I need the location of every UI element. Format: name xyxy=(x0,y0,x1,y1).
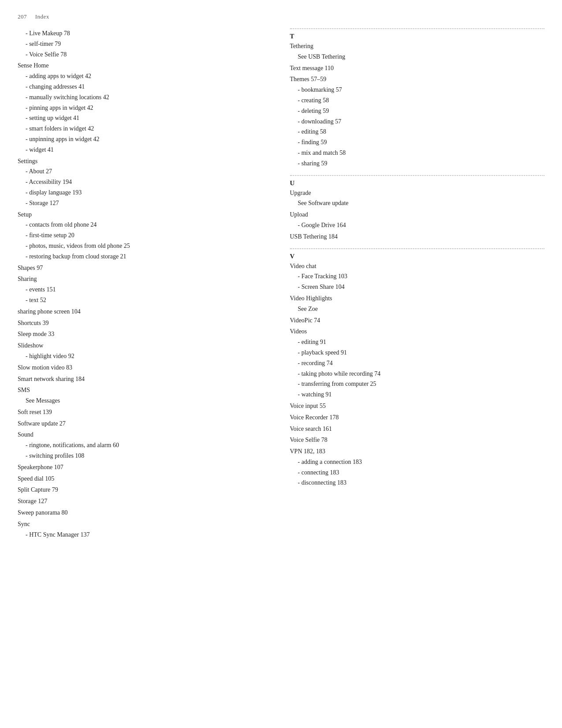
index-entry: See Zoe xyxy=(290,304,545,314)
index-entry: - taking photo while recording 74 xyxy=(290,369,545,379)
index-entry: Setup xyxy=(18,209,272,220)
index-entry: Sound xyxy=(18,429,272,440)
index-entry: USB Tethering 184 xyxy=(290,231,545,242)
index-entry: - About 27 xyxy=(18,166,272,177)
index-entry: Sync xyxy=(18,519,272,530)
section-letter-v: V xyxy=(290,248,545,260)
index-entry: - text 52 xyxy=(18,295,272,306)
index-entry: Software update 27 xyxy=(18,418,272,429)
index-entry: - first-time setup 20 xyxy=(18,230,272,241)
index-entry: VideoPic 74 xyxy=(290,315,545,326)
left-column: - Live Makeup 78- self-timer 79- Voice S… xyxy=(18,28,272,540)
index-entry: - Google Drive 164 xyxy=(290,220,545,231)
index-entry: - ringtone, notifications, and alarm 60 xyxy=(18,440,272,451)
index-entry: See Messages xyxy=(18,396,272,406)
index-entry: - finding 59 xyxy=(290,137,545,148)
index-entry: Slow motion video 83 xyxy=(18,362,272,373)
index-entry: - HTC Sync Manager 137 xyxy=(18,530,272,540)
index-entry: Themes 57–59 xyxy=(290,74,545,85)
index-entry: - Accessibility 194 xyxy=(18,177,272,187)
index-entry: - setting up widget 41 xyxy=(18,113,272,123)
index-entry: Storage 127 xyxy=(18,496,272,507)
index-entry: Text message 110 xyxy=(290,63,545,74)
index-entry: Voice input 55 xyxy=(290,401,545,411)
index-entry: Videos xyxy=(290,326,545,337)
index-entry: Shapes 97 xyxy=(18,263,272,273)
index-entry: - changing addresses 41 xyxy=(18,82,272,92)
index-entry: Speed dial 105 xyxy=(18,474,272,484)
index-entry: - downloading 57 xyxy=(290,116,545,127)
index-entry: - smart folders in widget 42 xyxy=(18,123,272,134)
index-entry: - transferring from computer 25 xyxy=(290,379,545,389)
index-entry: - creating 58 xyxy=(290,95,545,106)
index-entry: sharing phone screen 104 xyxy=(18,306,272,317)
index-entry: Upgrade xyxy=(290,188,545,198)
index-entry: Split Capture 79 xyxy=(18,485,272,495)
index-entry: - watching 91 xyxy=(290,389,545,400)
index-entry: Upload xyxy=(290,209,545,220)
index-entry: VPN 182, 183 xyxy=(290,446,545,457)
index-entry: - Voice Selfie 78 xyxy=(18,49,272,60)
page-number: 207 xyxy=(18,13,27,20)
index-entry: - playback speed 91 xyxy=(290,347,545,358)
index-entry: Smart network sharing 184 xyxy=(18,374,272,385)
index-entry: - mix and match 58 xyxy=(290,148,545,158)
index-entry: - bookmarking 57 xyxy=(290,85,545,95)
index-entry: Sweep panorama 80 xyxy=(18,508,272,518)
index-entry: Voice search 161 xyxy=(290,424,545,434)
index-entry: Soft reset 139 xyxy=(18,407,272,418)
index-entry: - photos, music, videos from old phone 2… xyxy=(18,241,272,251)
right-column: TTetheringSee USB TetheringText message … xyxy=(290,28,545,540)
index-entry: - adding apps to widget 42 xyxy=(18,71,272,82)
index-entry: - adding a connection 183 xyxy=(290,457,545,467)
index-entry: - recording 74 xyxy=(290,358,545,369)
index-entry: - Storage 127 xyxy=(18,198,272,209)
index-entry: Slideshow xyxy=(18,340,272,351)
index-entry: - contacts from old phone 24 xyxy=(18,220,272,230)
index-entry: Speakerphone 107 xyxy=(18,462,272,473)
index-entry: Sharing xyxy=(18,274,272,284)
page-number-header: 207 Index xyxy=(18,13,544,20)
index-entry: - pinning apps in widget 42 xyxy=(18,103,272,113)
index-entry: SMS xyxy=(18,385,272,396)
index-entry: - self-timer 79 xyxy=(18,39,272,49)
index-entry: - highlight video 92 xyxy=(18,351,272,362)
index-entry: - editing 58 xyxy=(290,127,545,137)
section-letter-t: T xyxy=(290,28,545,40)
index-entry: Tethering xyxy=(290,41,545,52)
index-entry: - deleting 59 xyxy=(290,106,545,116)
index-entry: Video chat xyxy=(290,261,545,272)
index-entry: - manually switching locations 42 xyxy=(18,92,272,103)
index-entry: Settings xyxy=(18,156,272,167)
index-entry: - Screen Share 104 xyxy=(290,282,545,292)
index-entry: Video Highlights xyxy=(290,293,545,304)
index-entry: Sense Home xyxy=(18,60,272,71)
index-entry: - editing 91 xyxy=(290,337,545,347)
index-entry: Shortcuts 39 xyxy=(18,318,272,329)
index-entry: - events 151 xyxy=(18,284,272,295)
index-entry: - connecting 183 xyxy=(290,467,545,478)
index-entry: Voice Recorder 178 xyxy=(290,412,545,423)
index-entry: Sleep mode 33 xyxy=(18,329,272,340)
index-entry: - unpinning apps in widget 42 xyxy=(18,134,272,145)
index-entry: - restoring backup from cloud storage 21 xyxy=(18,251,272,262)
index-entry: Voice Selfie 78 xyxy=(290,435,545,445)
index-entry: - display language 193 xyxy=(18,187,272,198)
index-entry: See Software update xyxy=(290,198,545,209)
index-entry: See USB Tethering xyxy=(290,52,545,62)
index-entry: - switching profiles 108 xyxy=(18,451,272,461)
index-entry: - widget 41 xyxy=(18,145,272,155)
index-entry: - Live Makeup 78 xyxy=(18,28,272,39)
index-entry: - disconnecting 183 xyxy=(290,478,545,488)
index-entry: - Face Tracking 103 xyxy=(290,271,545,282)
section-letter-u: U xyxy=(290,175,545,187)
index-entry: - sharing 59 xyxy=(290,158,545,169)
header-title: Index xyxy=(35,13,49,20)
